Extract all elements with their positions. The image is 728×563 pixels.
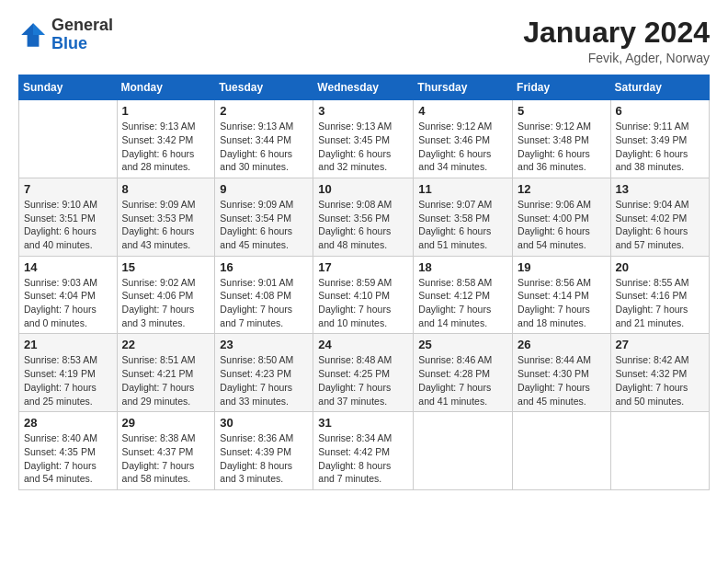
day-info: Sunrise: 9:01 AMSunset: 4:08 PMDaylight:… [220,276,308,330]
calendar-week-row: 7Sunrise: 9:10 AMSunset: 3:51 PMDaylight… [19,178,710,256]
logo-icon [18,20,48,50]
day-number: 7 [24,182,112,196]
calendar-header-monday: Monday [117,75,215,100]
day-info: Sunrise: 8:34 AMSunset: 4:42 PMDaylight:… [318,431,408,486]
day-info: Sunrise: 8:53 AMSunset: 4:19 PMDaylight:… [24,353,112,408]
day-info: Sunrise: 9:03 AMSunset: 4:04 PMDaylight:… [24,276,112,330]
calendar-header-row: SundayMondayTuesdayWednesdayThursdayFrid… [19,75,710,100]
logo-text: General Blue [51,17,113,53]
day-number: 13 [616,182,704,196]
day-number: 27 [616,338,704,351]
calendar-cell: 14Sunrise: 9:03 AMSunset: 4:04 PMDayligh… [19,256,118,334]
calendar-table: SundayMondayTuesdayWednesdayThursdayFrid… [18,75,710,490]
day-number: 30 [220,416,308,430]
calendar-cell: 1Sunrise: 9:13 AMSunset: 3:42 PMDaylight… [117,100,215,178]
title-area: January 2024 Fevik, Agder, Norway [523,17,710,65]
day-info: Sunrise: 9:13 AMSunset: 3:42 PMDaylight:… [122,120,210,174]
day-info: Sunrise: 9:13 AMSunset: 3:44 PMDaylight:… [220,120,308,174]
calendar-week-row: 21Sunrise: 8:53 AMSunset: 4:19 PMDayligh… [19,334,710,412]
logo-blue: Blue [51,34,87,52]
day-number: 15 [122,260,210,274]
day-info: Sunrise: 8:51 AMSunset: 4:21 PMDaylight:… [122,353,210,408]
day-number: 3 [318,104,408,118]
calendar-cell: 7Sunrise: 9:10 AMSunset: 3:51 PMDaylight… [19,178,118,256]
day-number: 20 [616,260,704,274]
day-info: Sunrise: 8:40 AMSunset: 4:35 PMDaylight:… [24,431,112,486]
calendar-cell: 31Sunrise: 8:34 AMSunset: 4:42 PMDayligh… [313,412,414,490]
day-number: 1 [122,104,210,118]
calendar-cell: 11Sunrise: 9:07 AMSunset: 3:58 PMDayligh… [414,178,513,256]
calendar-cell: 23Sunrise: 8:50 AMSunset: 4:23 PMDayligh… [215,334,313,412]
calendar-cell: 19Sunrise: 8:56 AMSunset: 4:14 PMDayligh… [513,256,611,334]
day-number: 10 [318,182,408,196]
day-number: 26 [518,338,606,351]
calendar-header-tuesday: Tuesday [215,75,313,100]
day-number: 11 [418,182,507,196]
day-number: 22 [122,338,210,351]
day-info: Sunrise: 8:38 AMSunset: 4:37 PMDaylight:… [122,431,210,486]
calendar-week-row: 28Sunrise: 8:40 AMSunset: 4:35 PMDayligh… [19,412,710,490]
calendar-cell: 16Sunrise: 9:01 AMSunset: 4:08 PMDayligh… [215,256,313,334]
day-info: Sunrise: 8:42 AMSunset: 4:32 PMDaylight:… [616,353,704,408]
logo: General Blue [18,17,113,53]
day-number: 5 [518,104,606,118]
calendar-cell [513,412,611,490]
day-number: 28 [24,416,112,430]
month-title: January 2024 [523,17,710,49]
calendar-cell: 8Sunrise: 9:09 AMSunset: 3:53 PMDaylight… [117,178,215,256]
day-number: 2 [220,104,308,118]
day-info: Sunrise: 9:12 AMSunset: 3:48 PMDaylight:… [518,120,606,174]
calendar-cell: 15Sunrise: 9:02 AMSunset: 4:06 PMDayligh… [117,256,215,334]
day-info: Sunrise: 9:13 AMSunset: 3:45 PMDaylight:… [318,120,408,174]
calendar-cell: 22Sunrise: 8:51 AMSunset: 4:21 PMDayligh… [117,334,215,412]
day-info: Sunrise: 8:59 AMSunset: 4:10 PMDaylight:… [318,276,408,330]
calendar-cell [414,412,513,490]
day-number: 16 [220,260,308,274]
calendar-cell: 20Sunrise: 8:55 AMSunset: 4:16 PMDayligh… [610,256,709,334]
calendar-cell: 13Sunrise: 9:04 AMSunset: 4:02 PMDayligh… [610,178,709,256]
day-number: 29 [122,416,210,430]
calendar-cell: 4Sunrise: 9:12 AMSunset: 3:46 PMDaylight… [414,100,513,178]
day-number: 18 [418,260,507,274]
location: Fevik, Agder, Norway [523,51,710,65]
day-info: Sunrise: 8:56 AMSunset: 4:14 PMDaylight:… [518,276,606,330]
day-info: Sunrise: 8:50 AMSunset: 4:23 PMDaylight:… [220,353,308,408]
calendar-cell: 3Sunrise: 9:13 AMSunset: 3:45 PMDaylight… [313,100,414,178]
day-info: Sunrise: 9:04 AMSunset: 4:02 PMDaylight:… [616,198,704,252]
day-info: Sunrise: 9:11 AMSunset: 3:49 PMDaylight:… [616,120,704,174]
day-number: 12 [518,182,606,196]
day-number: 4 [418,104,507,118]
day-info: Sunrise: 8:55 AMSunset: 4:16 PMDaylight:… [616,276,704,330]
calendar-cell: 21Sunrise: 8:53 AMSunset: 4:19 PMDayligh… [19,334,118,412]
calendar-cell: 29Sunrise: 8:38 AMSunset: 4:37 PMDayligh… [117,412,215,490]
logo-general: General [51,16,113,34]
day-info: Sunrise: 8:48 AMSunset: 4:25 PMDaylight:… [318,353,408,408]
day-info: Sunrise: 9:02 AMSunset: 4:06 PMDaylight:… [122,276,210,330]
calendar-cell: 28Sunrise: 8:40 AMSunset: 4:35 PMDayligh… [19,412,118,490]
day-info: Sunrise: 9:06 AMSunset: 4:00 PMDaylight:… [518,198,606,252]
calendar-week-row: 1Sunrise: 9:13 AMSunset: 3:42 PMDaylight… [19,100,710,178]
day-number: 9 [220,182,308,196]
day-number: 17 [318,260,408,274]
calendar-cell: 5Sunrise: 9:12 AMSunset: 3:48 PMDaylight… [513,100,611,178]
calendar-cell [19,100,118,178]
calendar-header-friday: Friday [513,75,611,100]
calendar-cell: 25Sunrise: 8:46 AMSunset: 4:28 PMDayligh… [414,334,513,412]
svg-marker-1 [33,23,45,35]
day-number: 23 [220,338,308,351]
day-number: 24 [318,338,408,351]
calendar-header-thursday: Thursday [414,75,513,100]
calendar-cell: 6Sunrise: 9:11 AMSunset: 3:49 PMDaylight… [610,100,709,178]
day-info: Sunrise: 9:12 AMSunset: 3:46 PMDaylight:… [418,120,507,174]
calendar-cell: 17Sunrise: 8:59 AMSunset: 4:10 PMDayligh… [313,256,414,334]
day-info: Sunrise: 9:07 AMSunset: 3:58 PMDaylight:… [418,198,507,252]
calendar-cell: 24Sunrise: 8:48 AMSunset: 4:25 PMDayligh… [313,334,414,412]
calendar-cell: 18Sunrise: 8:58 AMSunset: 4:12 PMDayligh… [414,256,513,334]
calendar-cell: 12Sunrise: 9:06 AMSunset: 4:00 PMDayligh… [513,178,611,256]
calendar-cell: 2Sunrise: 9:13 AMSunset: 3:44 PMDaylight… [215,100,313,178]
day-info: Sunrise: 8:46 AMSunset: 4:28 PMDaylight:… [418,353,507,408]
header: General Blue January 2024 Fevik, Agder, … [18,17,710,65]
page: General Blue January 2024 Fevik, Agder, … [0,0,728,563]
calendar-week-row: 14Sunrise: 9:03 AMSunset: 4:04 PMDayligh… [19,256,710,334]
day-info: Sunrise: 9:10 AMSunset: 3:51 PMDaylight:… [24,198,112,252]
